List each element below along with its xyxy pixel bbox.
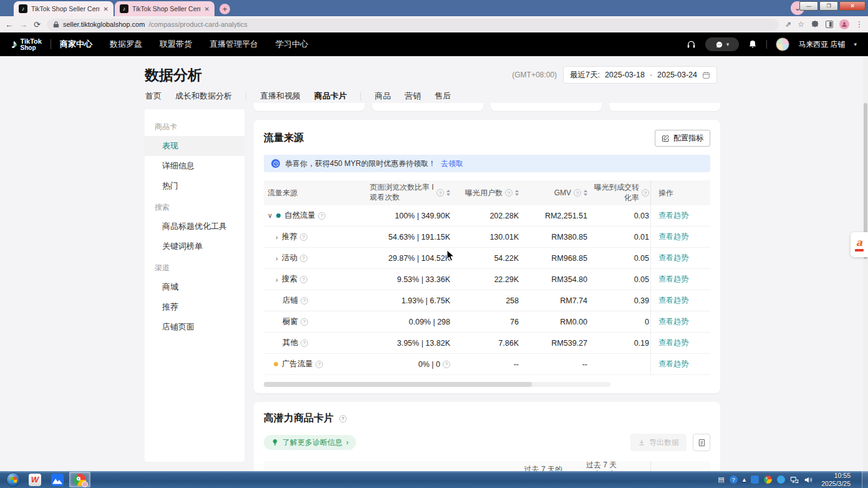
info-icon[interactable] bbox=[436, 189, 444, 197]
expand-icon[interactable]: › bbox=[276, 233, 278, 241]
view-trend-link[interactable]: 查看趋势 bbox=[658, 338, 688, 348]
sidebar-item-performance[interactable]: 表现 bbox=[145, 136, 244, 156]
date-range-picker[interactable]: 最近7天: 2025-03-18 - 2025-03-24 bbox=[563, 66, 717, 84]
expand-icon[interactable]: › bbox=[276, 276, 278, 283]
forward-icon[interactable]: → bbox=[19, 20, 27, 29]
collapse-icon[interactable]: ∨ bbox=[268, 212, 272, 220]
info-icon[interactable] bbox=[642, 189, 649, 197]
cvr-value: 0.01 bbox=[591, 233, 650, 242]
share-icon[interactable]: ⇗ bbox=[785, 20, 791, 29]
tray-help-icon[interactable]: ? bbox=[730, 476, 738, 484]
view-trend-link[interactable]: 查看趋势 bbox=[658, 210, 688, 221]
sidebar-item-keyword-list[interactable]: 关键词榜单 bbox=[145, 237, 244, 256]
nav-live-platform[interactable]: 直播管理平台 bbox=[210, 39, 258, 50]
sidebar-item-hot[interactable]: 热门 bbox=[145, 176, 244, 196]
restore-button[interactable]: ❐ bbox=[819, 1, 838, 11]
store-avatar[interactable] bbox=[776, 37, 789, 51]
tiktok-shop-logo[interactable]: ♪ TikTokShop bbox=[11, 37, 42, 51]
info-icon[interactable] bbox=[316, 361, 323, 368]
scrollbar-thumb[interactable] bbox=[264, 382, 532, 387]
info-icon[interactable] bbox=[318, 212, 326, 220]
tray-app-icon[interactable] bbox=[751, 476, 759, 484]
info-icon[interactable] bbox=[301, 318, 308, 326]
info-icon[interactable] bbox=[443, 361, 450, 368]
info-icon[interactable] bbox=[301, 339, 308, 347]
expand-icon[interactable]: › bbox=[276, 255, 278, 262]
export-data-button[interactable]: 导出数据 bbox=[630, 434, 687, 451]
start-button[interactable] bbox=[6, 472, 21, 487]
reading-list-icon[interactable] bbox=[826, 21, 833, 28]
taskbar-chrome-button[interactable] bbox=[69, 472, 90, 487]
pv-value: 29.87% | 104.52K bbox=[370, 254, 454, 263]
sidebar-item-title-optimizer[interactable]: 商品标题优化工具 bbox=[145, 217, 244, 237]
info-icon[interactable] bbox=[300, 233, 307, 241]
back-icon[interactable]: ← bbox=[5, 20, 13, 29]
sort-icon[interactable] bbox=[515, 190, 519, 196]
taskbar-clock[interactable]: 10:55 2025/3/25 bbox=[821, 472, 851, 487]
view-trend-link[interactable]: 查看趋势 bbox=[658, 316, 688, 327]
info-icon[interactable] bbox=[574, 189, 581, 197]
info-icon[interactable] bbox=[301, 297, 308, 305]
configure-metrics-button[interactable]: 配置指标 bbox=[655, 130, 710, 147]
tray-keyboard-icon[interactable]: ▤ bbox=[718, 476, 724, 484]
info-icon[interactable] bbox=[300, 276, 307, 283]
nav-affiliate[interactable]: 联盟带货 bbox=[160, 39, 192, 50]
browser-tab-1[interactable]: ♪ TikTok Shop Seller Center | Cre ✕ bbox=[14, 1, 113, 16]
table-row-recommend: ›推荐 54.63% | 191.15K 130.01K RM380.85 0.… bbox=[264, 227, 710, 248]
tab-home[interactable]: 首页 bbox=[145, 90, 162, 107]
taskbar-wps-button[interactable]: W bbox=[24, 472, 46, 487]
claim-coupon-link[interactable]: 去领取 bbox=[441, 159, 463, 169]
browser-profile-avatar[interactable] bbox=[839, 19, 849, 29]
close-window-button[interactable]: ✕ bbox=[839, 1, 866, 11]
url-field[interactable]: seller.tiktokglobalshop.com/compass/prod… bbox=[47, 19, 779, 31]
nav-learning-center[interactable]: 学习中心 bbox=[276, 39, 308, 50]
info-icon[interactable] bbox=[300, 255, 307, 262]
network-icon[interactable] bbox=[790, 476, 799, 484]
tray-quark-icon[interactable] bbox=[777, 476, 785, 484]
close-tab-icon[interactable]: ✕ bbox=[104, 6, 109, 12]
taskbar-app-button[interactable] bbox=[47, 472, 68, 487]
minimize-button[interactable]: — bbox=[799, 1, 818, 11]
messages-button[interactable]: ▾ bbox=[705, 37, 739, 51]
browser-tab-2[interactable]: ♪ TikTok Shop Seller Center | Cre ✕ bbox=[115, 1, 215, 16]
bookmark-star-icon[interactable]: ☆ bbox=[798, 20, 804, 29]
show-desktop-button[interactable] bbox=[862, 471, 868, 488]
tab-title: TikTok Shop Seller Center | Cre bbox=[31, 5, 100, 12]
info-icon[interactable] bbox=[339, 415, 347, 422]
volume-icon[interactable] bbox=[804, 476, 813, 484]
vertical-scrollbar[interactable] bbox=[863, 56, 868, 471]
view-trend-link[interactable]: 查看趋势 bbox=[658, 232, 688, 242]
extensions-puzzle-icon[interactable] bbox=[811, 20, 819, 29]
sidebar-item-shop-page[interactable]: 店铺页面 bbox=[145, 317, 244, 337]
info-icon[interactable] bbox=[505, 189, 513, 197]
tray-show-hidden-icon[interactable]: ▴ bbox=[743, 476, 746, 484]
store-name[interactable]: 马来西亚 店铺 bbox=[798, 39, 845, 50]
horizontal-scrollbar[interactable] bbox=[264, 382, 610, 387]
sort-icon[interactable] bbox=[584, 190, 587, 196]
bell-icon[interactable] bbox=[748, 39, 758, 49]
sort-icon[interactable] bbox=[446, 190, 450, 196]
nav-data-compass[interactable]: 数据罗盘 bbox=[110, 39, 142, 50]
sidebar-item-details[interactable]: 详细信息 bbox=[145, 156, 244, 176]
diagnosis-link[interactable]: 了解更多诊断信息 › bbox=[264, 435, 356, 450]
tray-chrome-icon[interactable] bbox=[764, 476, 772, 484]
new-tab-button[interactable]: + bbox=[219, 4, 230, 14]
users-value: 130.01K bbox=[454, 233, 523, 242]
sidebar-item-mall[interactable]: 商城 bbox=[145, 277, 244, 297]
view-trend-link[interactable]: 查看趋势 bbox=[658, 295, 688, 306]
view-trend-link[interactable]: 查看趋势 bbox=[658, 274, 688, 285]
view-trend-link[interactable]: 查看趋势 bbox=[658, 359, 688, 369]
report-doc-button[interactable] bbox=[693, 434, 710, 451]
browser-menu-icon[interactable]: ⋮ bbox=[856, 20, 863, 29]
mouse-cursor bbox=[446, 250, 455, 262]
refresh-icon[interactable]: ⟳ bbox=[34, 20, 41, 29]
tab-growth-analytics[interactable]: 成长和数据分析 bbox=[175, 90, 232, 107]
close-tab-icon[interactable]: ✕ bbox=[205, 6, 210, 12]
timezone-label: (GMT+08:00) bbox=[512, 71, 557, 79]
sidebar-item-recommend[interactable]: 推荐 bbox=[145, 297, 244, 317]
view-trend-link[interactable]: 查看趋势 bbox=[658, 253, 688, 263]
table-row-activity: ›活动 29.87% | 104.52K 54.22K RM968.85 0.0… bbox=[264, 248, 710, 269]
headset-icon[interactable] bbox=[686, 39, 697, 50]
floating-widget[interactable]: a bbox=[851, 232, 868, 257]
nav-seller-center[interactable]: 商家中心 bbox=[60, 39, 92, 50]
